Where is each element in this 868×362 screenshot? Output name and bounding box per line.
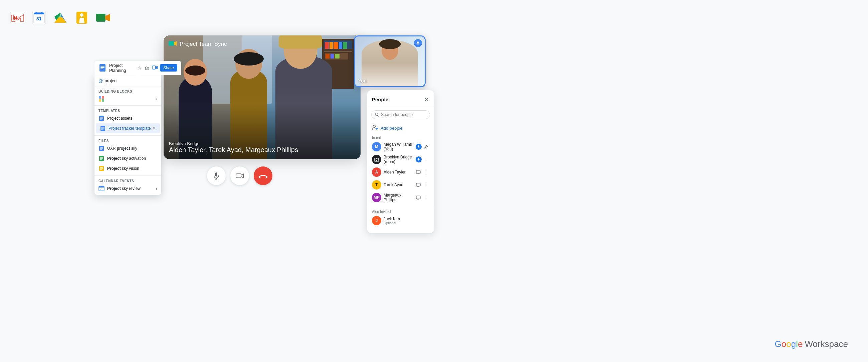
building-blocks-label: BUILDING BLOCKS (94, 88, 161, 94)
building-blocks-item[interactable]: › (94, 94, 161, 104)
end-call-button[interactable] (254, 166, 272, 185)
svg-rect-8 (41, 12, 42, 15)
participant-name: Brooklyn Bridge (room) (383, 155, 416, 164)
svg-rect-59 (101, 128, 104, 129)
people-panel-title: People (372, 96, 388, 102)
svg-rect-33 (376, 160, 377, 162)
camera-button[interactable] (230, 166, 249, 185)
docs-template-icon (98, 115, 104, 121)
video-participants-label: Aiden Tayler, Tarek Ayad, Margeaux Phill… (169, 146, 298, 154)
divider (367, 206, 434, 206)
building-blocks-section: BUILDING BLOCKS › (94, 87, 161, 105)
svg-point-12 (80, 13, 84, 17)
project-vision-label: Project sky vision (107, 166, 139, 171)
video-names-overlay: Brooklyn Bridge Aiden Tayler, Tarek Ayad… (169, 141, 298, 154)
participant-row[interactable]: Brooklyn Bridge (room) ⋮ (367, 153, 434, 166)
sheets-file-icon (98, 156, 104, 162)
project-review-item[interactable]: P Project sky review › (94, 184, 161, 194)
add-person-icon (372, 124, 378, 132)
present-screen-icon[interactable] (415, 169, 422, 175)
project-activation-label: Project sky activation (107, 156, 146, 161)
files-section: FILES UXR project sky (94, 136, 161, 175)
top-bar: M 31 (9, 9, 112, 26)
svg-rect-48 (152, 66, 156, 69)
project-assets-item[interactable]: Project assets (94, 113, 161, 123)
svg-rect-60 (101, 129, 103, 130)
people-panel-close-button[interactable]: ✕ (424, 95, 429, 103)
workspace-text: Workspace (805, 339, 848, 349)
more-options-icon[interactable]: ⋮ (423, 156, 429, 163)
participant-row[interactable]: M Megan Williams (You) (367, 140, 434, 153)
svg-rect-18 (215, 172, 217, 176)
share-button[interactable]: Share (160, 64, 177, 72)
svg-rect-51 (99, 99, 101, 102)
project-tracker-item[interactable]: Project tracker template ✎ (96, 123, 160, 133)
svg-rect-68 (100, 159, 102, 160)
people-search-input[interactable] (381, 112, 426, 117)
more-options-icon[interactable]: ⋮ (423, 182, 429, 188)
project-assets-label: Project assets (107, 116, 132, 121)
present-screen-icon[interactable] (415, 194, 422, 201)
uxr-project-item[interactable]: UXR project sky (94, 143, 161, 154)
invited-person-info: Jack Kim Optional (383, 217, 400, 225)
at-symbol: @ (98, 78, 103, 83)
star-button[interactable]: ☆ (137, 64, 143, 71)
svg-rect-67 (100, 158, 103, 159)
participant-name: Margeaux Phillips (383, 193, 415, 202)
svg-point-27 (373, 126, 376, 128)
dropdown-divider (94, 105, 161, 106)
gmail-icon[interactable]: M (9, 9, 26, 26)
add-people-row[interactable]: Add people (367, 122, 434, 134)
pin-icon[interactable] (423, 143, 429, 150)
svg-rect-74 (99, 186, 104, 188)
svg-rect-50 (102, 96, 104, 99)
folder-button[interactable]: 🗂 (144, 64, 150, 71)
self-view-label: You (358, 78, 367, 84)
files-label: FILES (94, 138, 161, 143)
avatar: MP (372, 193, 381, 202)
svg-rect-49 (99, 96, 101, 99)
svg-rect-17 (168, 41, 174, 46)
svg-rect-21 (236, 174, 241, 178)
docs-window-title: Project Planning (109, 63, 134, 73)
more-options-icon[interactable]: ⋮ (423, 194, 429, 201)
calendar-icon[interactable]: 31 (31, 9, 48, 26)
project-vision-item[interactable]: Project sky vision (94, 163, 161, 173)
slides-file-icon (98, 165, 104, 171)
more-options-icon[interactable]: ⋮ (423, 169, 429, 175)
keep-icon[interactable] (73, 9, 90, 26)
svg-rect-62 (100, 147, 103, 148)
participant-name: Megan Williams (You) (383, 142, 416, 151)
participant-row[interactable]: MP Margeaux Phillips ⋮ (367, 191, 434, 204)
edit-icon[interactable]: ✎ (153, 126, 156, 131)
project-activation-item[interactable]: Project sky activation (94, 154, 161, 163)
share-video-button[interactable] (151, 64, 159, 72)
people-search-bar[interactable] (371, 110, 430, 119)
mic-button[interactable] (207, 166, 226, 185)
svg-rect-34 (418, 158, 419, 160)
dropdown-divider-3 (94, 175, 161, 176)
invited-person-row[interactable]: J Jack Kim Optional (372, 215, 429, 226)
uxr-project-label: UXR project sky (107, 146, 137, 151)
building-blocks-icon (98, 96, 104, 102)
in-call-section-label: In call (367, 134, 434, 140)
docs-search-bar: @ project (94, 75, 161, 87)
participant-row[interactable]: T Tarek Ayad ⋮ (367, 178, 434, 191)
svg-line-26 (378, 115, 379, 116)
invited-optional-label: Optional (383, 221, 400, 225)
drive-icon[interactable] (52, 9, 69, 26)
svg-rect-54 (100, 117, 103, 118)
participant-row[interactable]: A Aiden Tayler ⋮ (367, 166, 434, 178)
docs-dropdown: @ project BUILDING BLOCKS › TEMPLATES (94, 75, 161, 195)
svg-rect-46 (100, 67, 104, 68)
calendar-events-section: CALENDAR EVENTS P Project sky review › (94, 176, 161, 195)
svg-rect-24 (417, 41, 418, 44)
docs-file-icon (98, 145, 104, 151)
svg-text:P: P (100, 189, 101, 191)
templates-label: TEMPLATES (94, 108, 161, 113)
svg-rect-30 (418, 145, 419, 147)
svg-rect-7 (36, 12, 37, 15)
people-panel: People ✕ Add people In call M Mega (367, 90, 434, 233)
present-screen-icon[interactable] (415, 182, 422, 188)
meet-icon[interactable] (95, 9, 112, 26)
